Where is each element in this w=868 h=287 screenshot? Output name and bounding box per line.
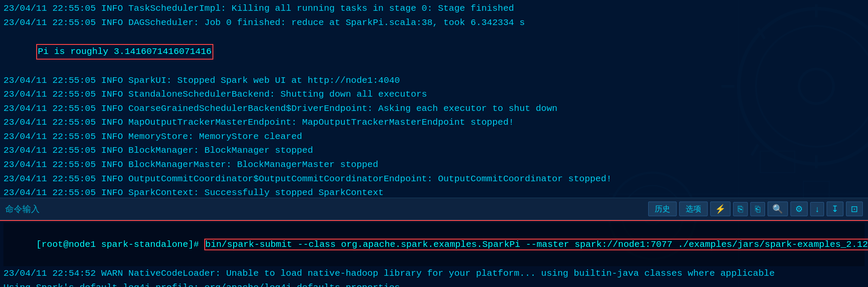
bottom-terminal: [root@node1 spark-standalone]# bin/spark… xyxy=(0,220,868,287)
toolbar-buttons: 历史 选项 ⚡ ⎘ ⎗ 🔍 ⚙ ↓ ↧ ⊡ xyxy=(648,202,863,216)
log-line-12: 23/04/11 22:55:05 INFO SparkContext: Suc… xyxy=(3,186,865,198)
log-line-9: 23/04/11 22:55:05 INFO BlockManager: Blo… xyxy=(3,144,865,158)
main-terminal: 23/04/11 22:55:05 INFO TaskSchedulerImpl… xyxy=(0,0,868,198)
log-line-11: 23/04/11 22:55:05 INFO OutputCommitCoord… xyxy=(3,172,865,186)
bottom-line-2: 23/04/11 22:54:52 WARN NativeCodeLoader:… xyxy=(3,266,865,281)
pi-result-line: Pi is roughly 3.1416071416071416 xyxy=(3,30,865,74)
log-line-4: 23/04/11 22:55:05 INFO SparkUI: Stopped … xyxy=(3,74,865,88)
log-line-1: 23/04/11 22:55:05 INFO TaskSchedulerImpl… xyxy=(3,2,865,16)
cmd-highlighted: bin/spark-submit --class org.apache.spar… xyxy=(204,239,868,250)
search-icon-btn[interactable]: 🔍 xyxy=(768,202,788,216)
bottom-line-1: [root@node1 spark-standalone]# bin/spark… xyxy=(3,223,865,266)
paste-icon-btn[interactable]: ⎗ xyxy=(750,202,765,216)
lightning-icon-btn[interactable]: ⚡ xyxy=(710,202,731,216)
window-icon-btn[interactable]: ⊡ xyxy=(846,202,863,216)
log-line-7: 23/04/11 22:55:05 INFO MapOutputTrackerM… xyxy=(3,116,865,130)
terminal-area: 23/04/11 22:55:05 INFO TaskSchedulerImpl… xyxy=(0,0,868,287)
command-input-label: 命令输入 xyxy=(5,203,40,215)
log-line-6: 23/04/11 22:55:05 INFO CoarseGrainedSche… xyxy=(3,102,865,116)
prompt-prefix: [root@node1 spark-standalone]# xyxy=(36,240,205,249)
options-button[interactable]: 选项 xyxy=(679,202,708,216)
scroll-down-icon-btn[interactable]: ↓ xyxy=(810,202,824,216)
settings-icon-btn[interactable]: ⚙ xyxy=(790,202,808,216)
pi-result-highlight: Pi is roughly 3.1416071416071416 xyxy=(36,44,213,60)
log-line-10: 23/04/11 22:55:05 INFO BlockManagerMaste… xyxy=(3,158,865,172)
log-line-2: 23/04/11 22:55:05 INFO DAGScheduler: Job… xyxy=(3,16,865,30)
log-line-5: 23/04/11 22:55:05 INFO StandaloneSchedul… xyxy=(3,88,865,102)
bottom-line-3: Using Spark's default log4j profile: org… xyxy=(3,281,865,287)
log-line-8: 23/04/11 22:55:05 INFO MemoryStore: Memo… xyxy=(3,130,865,144)
history-button[interactable]: 历史 xyxy=(648,202,677,216)
toolbar: 命令输入 历史 选项 ⚡ ⎘ ⎗ 🔍 ⚙ ↓ ↧ ⊡ xyxy=(0,198,868,220)
download-icon-btn[interactable]: ↧ xyxy=(827,202,843,216)
copy-icon-btn[interactable]: ⎘ xyxy=(733,202,748,216)
